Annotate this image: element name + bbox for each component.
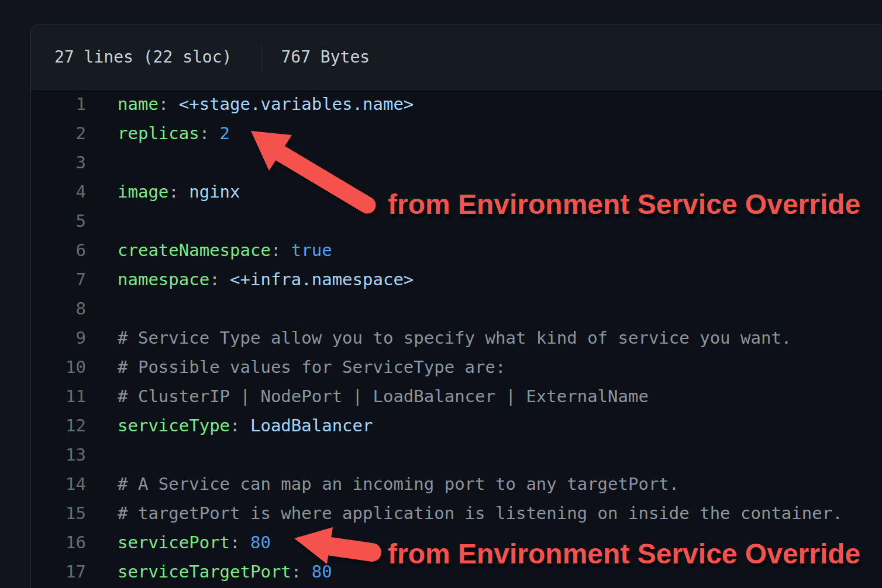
code-text: servicePort: 80 — [86, 528, 271, 557]
line-number[interactable]: 13 — [31, 440, 86, 469]
code-text — [86, 148, 118, 177]
line-number[interactable]: 12 — [31, 411, 86, 440]
line-number[interactable]: 9 — [31, 323, 86, 352]
code-text: # Service Type allow you to specify what… — [86, 323, 791, 352]
code-text: serviceType: LoadBalancer — [86, 411, 373, 440]
line-number[interactable]: 10 — [31, 352, 86, 382]
line-number[interactable]: 16 — [31, 528, 86, 557]
code-text: # ClusterIP | NodePort | LoadBalancer | … — [86, 382, 649, 411]
line-number[interactable]: 6 — [31, 236, 86, 265]
line-number[interactable]: 7 — [31, 265, 86, 294]
code-line: 7namespace: <+infra.namespace> — [31, 265, 882, 294]
code-line: 2replicas: 2 — [31, 119, 882, 148]
annotation-label-service-port: from Environment Service Override — [388, 540, 860, 568]
code-text: # targetPort is where application is lis… — [86, 499, 843, 528]
code-line: 11# ClusterIP | NodePort | LoadBalancer … — [31, 382, 882, 411]
file-size: 767 Bytes — [281, 47, 370, 67]
line-number[interactable]: 15 — [31, 499, 86, 528]
code-text: # A Service can map an incoming port to … — [86, 469, 679, 499]
annotation-label-replicas: from Environment Service Override — [388, 191, 860, 219]
code-text: namespace: <+infra.namespace> — [86, 265, 414, 294]
code-text — [86, 294, 118, 323]
header-divider — [261, 44, 261, 71]
file-lines-info: 27 lines (22 sloc) — [54, 47, 232, 67]
code-line: 8 — [31, 294, 882, 323]
code-line: 12serviceType: LoadBalancer — [31, 411, 882, 440]
line-number[interactable]: 17 — [31, 557, 86, 586]
screen: 27 lines (22 sloc) 767 Bytes 1name: <+st… — [0, 0, 882, 588]
line-number[interactable]: 8 — [31, 294, 86, 323]
line-number[interactable]: 5 — [31, 206, 86, 236]
code-line: 1name: <+stage.variables.name> — [31, 89, 882, 119]
code-line: 3 — [31, 148, 882, 177]
line-number[interactable]: 11 — [31, 382, 86, 411]
line-number[interactable]: 14 — [31, 469, 86, 499]
code-viewer: 1name: <+stage.variables.name>2replicas:… — [31, 89, 882, 586]
code-text — [86, 206, 118, 236]
code-line: 9# Service Type allow you to specify wha… — [31, 323, 882, 352]
file-card: 27 lines (22 sloc) 767 Bytes 1name: <+st… — [30, 25, 882, 588]
code-text: image: nginx — [86, 177, 240, 206]
line-number[interactable]: 1 — [31, 89, 86, 119]
code-line: 10# Possible values for ServiceType are: — [31, 352, 882, 382]
code-text: replicas: 2 — [86, 119, 230, 148]
code-text: name: <+stage.variables.name> — [86, 89, 414, 119]
code-text — [86, 440, 118, 469]
code-line: 13 — [31, 440, 882, 469]
code-line: 6createNamespace: true — [31, 236, 882, 265]
code-line: 14# A Service can map an incoming port t… — [31, 469, 882, 499]
code-text: createNamespace: true — [86, 236, 332, 265]
line-number[interactable]: 2 — [31, 119, 86, 148]
line-number[interactable]: 4 — [31, 177, 86, 206]
line-number[interactable]: 3 — [31, 148, 86, 177]
code-line: 15# targetPort is where application is l… — [31, 499, 882, 528]
code-text: # Possible values for ServiceType are: — [86, 352, 505, 382]
file-header: 27 lines (22 sloc) 767 Bytes — [31, 25, 882, 89]
code-text: serviceTargetPort: 80 — [86, 557, 332, 586]
